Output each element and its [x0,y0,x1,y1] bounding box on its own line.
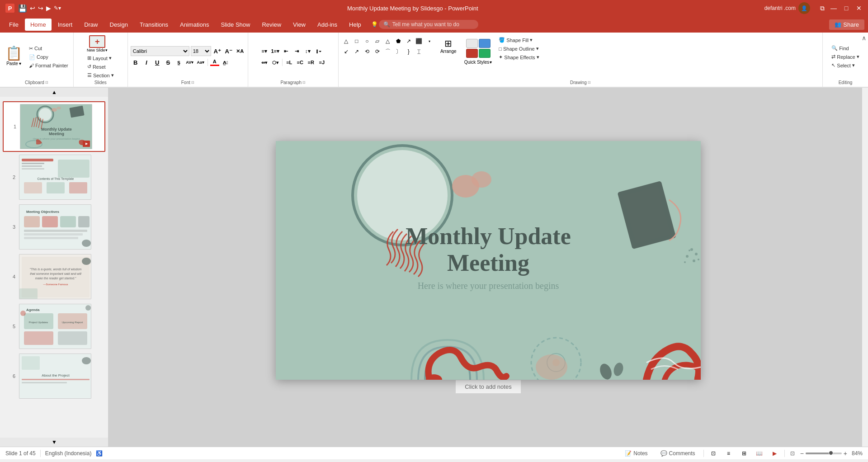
paste-button[interactable]: 📋 Paste▾ [3,45,25,69]
vertical-scrollbar[interactable] [862,88,868,447]
menu-file[interactable]: File [4,19,24,31]
shape-btn[interactable]: 〕 [393,47,403,57]
menu-animations[interactable]: Animations [175,19,214,31]
notes-button[interactable]: 📝 Notes [620,449,652,458]
drawing-expand-icon[interactable]: ⊡ [588,80,591,85]
presentation-icon[interactable]: ▶ [46,5,51,12]
strikethrough-button[interactable]: S [163,57,173,67]
slide-item-1[interactable]: 1 [3,101,105,152]
underline-button[interactable]: U [152,57,162,67]
menu-slideshow[interactable]: Slide Show [215,19,255,31]
clipboard-expand-icon[interactable]: ⊡ [45,80,48,85]
shape-btn[interactable]: ↗ [352,47,362,57]
shape-btn[interactable]: □ [352,36,362,46]
shape-btn[interactable]: ⌶ [414,47,424,57]
find-button[interactable]: 🔍 Find [829,44,861,52]
undo-icon[interactable]: ↩ [30,5,35,12]
shape-btn[interactable]: ⬟ [393,36,403,46]
justify-button[interactable]: ≡J [317,57,327,67]
shape-btn[interactable]: △ [383,36,393,46]
char-spacing-button[interactable]: AV▾ [185,57,195,67]
slide-item-3[interactable]: 3 Meeting Objectives [3,203,105,251]
shape-btn[interactable]: ⌒ [383,47,393,57]
restore-down-icon[interactable]: ⧉ [820,5,825,12]
menu-design[interactable]: Design [104,19,133,31]
shape-outline-button[interactable]: □ Shape Outline▾ [496,45,541,52]
shape-btn[interactable]: ▱ [373,36,382,46]
increase-indent-button[interactable]: ⇥ [292,46,302,56]
slide-title-text[interactable]: Monthly Update Meeting Here is where you… [382,223,594,291]
shape-btn[interactable]: ⟳ [373,47,382,57]
text-direction-button[interactable]: ⇔▾ [259,57,269,67]
zoom-slider[interactable] [806,453,842,454]
share-button[interactable]: 👥 Share [829,19,864,30]
menu-view[interactable]: View [288,19,311,31]
change-case-button[interactable]: Aa▾ [196,57,206,67]
language-indicator[interactable]: English (Indonesia) [45,450,92,457]
slide-item-6[interactable]: 6 About the Project [3,352,105,401]
align-left-button[interactable]: ≡L [284,57,294,67]
arrange-button[interactable]: ⊞ Arrange [437,36,460,56]
reset-button[interactable]: ↺ Reset [85,63,116,71]
close-button[interactable]: ✕ [855,5,863,12]
shape-btn[interactable]: ↙ [341,47,351,57]
accessibility-icon[interactable]: ♿ [96,450,103,457]
numbering-button[interactable]: 1≡▾ [270,46,280,56]
highlight-button[interactable]: A̲🖊 [221,57,231,67]
menu-insert[interactable]: Insert [52,19,78,31]
customize-icon[interactable]: ✎▾ [54,5,61,11]
new-slide-button[interactable]: + New Slide▾ [85,34,110,53]
font-expand-icon[interactable]: ⊡ [191,80,194,85]
bold-button[interactable]: B [131,57,141,67]
format-painter-button[interactable]: 🖌 Format Painter [27,62,71,69]
line-spacing-button[interactable]: ↕▾ [303,46,313,56]
shape-btn[interactable]: ○ [362,36,372,46]
shape-effects-button[interactable]: ✦ Shape Effects▾ [496,53,541,61]
font-size-decrease-button[interactable]: A⁻ [224,46,234,56]
save-icon[interactable]: 💾 [18,4,27,13]
outline-view-button[interactable]: ≡ [723,448,735,458]
convert-to-smartart-button[interactable]: ⬡▾ [270,57,280,67]
decrease-indent-button[interactable]: ⇤ [281,46,291,56]
more-shapes-button[interactable]: ▾ [425,36,434,46]
italic-button[interactable]: I [142,57,151,67]
shape-btn[interactable]: ⟲ [362,47,372,57]
slide-item-2[interactable]: 2 Contents of This Template [3,153,105,202]
shape-btn[interactable]: △ [341,36,351,46]
menu-transitions[interactable]: Transitions [134,19,174,31]
align-center-button[interactable]: ≡C [295,57,305,67]
layout-button[interactable]: ⊞ Layout▾ [85,54,116,62]
paragraph-expand-icon[interactable]: ⊡ [302,80,306,85]
bullets-button[interactable]: ≡▾ [259,46,269,56]
quick-styles-button[interactable]: Quick Styles▾ [462,36,494,66]
clear-format-button[interactable]: ✕A [235,46,245,56]
slide-sorter-button[interactable]: ⊞ [738,448,750,458]
font-name-select[interactable]: Calibri [131,46,189,56]
shape-btn[interactable]: } [404,47,414,57]
replace-button[interactable]: ⇄ Replace▾ [829,53,861,61]
zoom-in-button[interactable]: + [844,450,847,457]
tell-me-input[interactable]: 🔍 Tell me what you want to do [379,20,478,29]
zoom-out-button[interactable]: − [800,450,804,457]
reading-view-button[interactable]: 📖 [754,448,765,458]
shape-btn[interactable]: ↗ [404,36,414,46]
slide-item-5[interactable]: 5 Agenda Project Updates Upcoming Report [3,302,105,351]
font-color-button[interactable]: A [210,57,220,67]
shadow-button[interactable]: S̲ [174,57,184,67]
scroll-down-button[interactable]: ▼ [0,438,108,447]
select-button[interactable]: ↖ Select▾ [829,61,861,69]
shape-btn[interactable]: ⬛ [414,36,424,46]
notes-bar[interactable]: Click to add notes [456,380,520,393]
menu-draw[interactable]: Draw [79,19,103,31]
minimize-button[interactable]: — [830,5,837,12]
font-size-increase-button[interactable]: A⁺ [212,46,222,56]
slide-canvas[interactable]: Monthly Update Meeting Here is where you… [276,141,701,380]
maximize-button[interactable]: □ [843,5,850,12]
menu-addins[interactable]: Add-ins [312,19,343,31]
fit-slide-button[interactable]: ⊡ [788,449,797,457]
collapse-ribbon-button[interactable]: ∧ [862,34,866,42]
normal-view-button[interactable]: ⊡ [708,448,719,458]
comments-button[interactable]: 💬 Comments [656,449,700,458]
menu-help[interactable]: Help [344,19,367,31]
section-button[interactable]: ☰ Section▾ [85,71,116,79]
